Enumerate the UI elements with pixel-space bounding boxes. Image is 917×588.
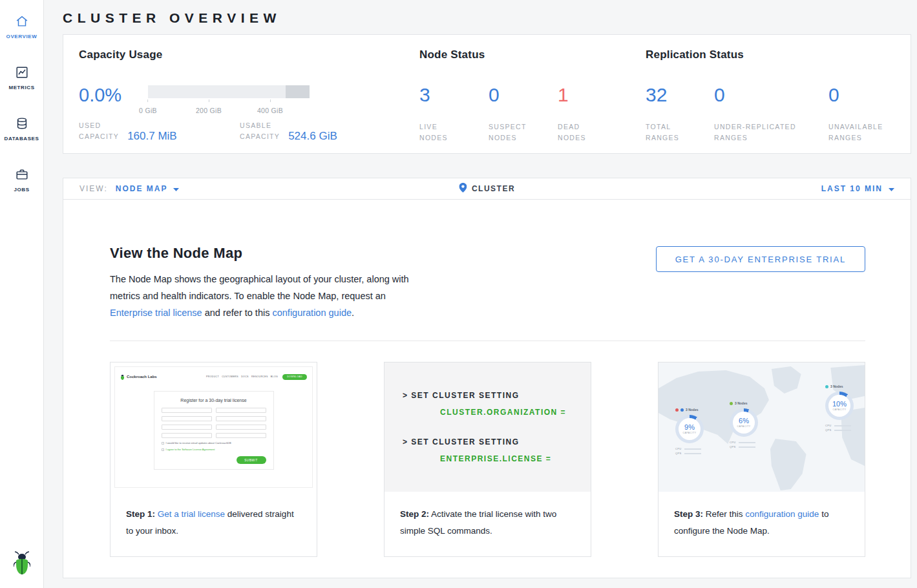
used-capacity-label: USED CAPACITY [79, 120, 119, 142]
briefcase-icon [15, 167, 29, 182]
sidebar-item-label: JOBS [14, 187, 29, 193]
gauge-tick: 400 GiB [257, 100, 283, 116]
chevron-down-icon [173, 184, 179, 193]
node-map-title: View the Node Map [110, 245, 412, 262]
view-bar: VIEW: NODE MAP CLUSTER LAST 10 MIN [63, 178, 911, 200]
dead-nodes-stat: 1 DEAD NODES [558, 85, 586, 143]
step3-caption: Step 3: Refer this configuration guide t… [659, 492, 865, 556]
map-locality-marker: 3 Nodes 9%CAPACITY CPU QPS [675, 408, 704, 455]
used-capacity-value: 160.7 MiB [127, 130, 177, 143]
suspect-nodes-stat: 0 SUSPECT NODES [489, 85, 558, 143]
capacity-ring: 9%CAPACITY [675, 415, 704, 443]
metrics-icon [15, 65, 29, 79]
locality-metrics: CPU QPS [825, 423, 854, 432]
capacity-ring: 6%CAPACITY [730, 408, 758, 437]
suspect-nodes-value: 0 [489, 85, 558, 105]
mini-form-title: Register for a 30-day trial license [162, 398, 266, 403]
unavailable-ranges-label: UNAVAILABLE RANGES [828, 121, 883, 143]
mini-register-form: Register for a 30-day trial license [154, 391, 274, 470]
used-capacity-stat: USED CAPACITY 160.7 MiB [79, 120, 240, 142]
divider [110, 341, 865, 341]
configuration-guide-link[interactable]: configuration guide [745, 509, 819, 519]
locality-dot-icon [675, 408, 679, 412]
cluster-breadcrumb: CLUSTER [459, 183, 515, 194]
locality-metrics: CPU QPS [730, 439, 758, 448]
live-nodes-label: LIVE NODES [419, 121, 489, 143]
step2-caption: Step 2: Activate the trial license with … [385, 492, 591, 556]
mini-form-field [162, 416, 212, 421]
mini-form-field [216, 416, 266, 421]
replication-status-title: Replication Status [646, 48, 895, 61]
unavailable-ranges-value: 0 [828, 85, 883, 105]
locality-dot-icon [825, 385, 828, 388]
step1-screenshot: Cockroach Labs PRODUCT CUSTOMERS DOCS RE… [111, 362, 317, 492]
sidebar-item-label: METRICS [8, 85, 34, 90]
code-line: > SET CLUSTER SETTING [403, 437, 591, 446]
sidebar-item-databases[interactable]: DATABASES [0, 116, 43, 142]
capacity-usage-section: Capacity Usage 0.0% 0 GiB 200 GiB 400 Gi… [79, 48, 419, 140]
node-map-description: The Node Map shows the geographical layo… [110, 271, 412, 321]
usable-capacity-label: USABLE CAPACITY [240, 120, 280, 142]
time-range-selector[interactable]: LAST 10 MIN [821, 184, 894, 193]
locality-dot-icon [730, 402, 733, 405]
mini-form-field [216, 433, 266, 438]
step1-card: Cockroach Labs PRODUCT CUSTOMERS DOCS RE… [110, 362, 317, 557]
node-map-panel: View the Node Map The Node Map shows the… [63, 200, 911, 578]
main-content: CLUSTER OVERVIEW Capacity Usage 0.0% 0 G… [44, 0, 917, 587]
capacity-gauge-bar [148, 85, 310, 98]
sidebar-item-jobs[interactable]: JOBS [0, 167, 43, 193]
step2-code-block: > SET CLUSTER SETTING CLUSTER.ORGANIZATI… [385, 362, 591, 492]
capacity-ring: 10%CAPACITY [825, 392, 854, 420]
mini-form-field [162, 425, 212, 430]
gauge-tick: 0 GiB [139, 100, 157, 116]
mini-form-field [216, 408, 266, 413]
configuration-guide-link[interactable]: configuration guide [272, 308, 352, 318]
sidebar-item-overview[interactable]: OVERVIEW [0, 14, 43, 39]
locality-metrics: CPU QPS [675, 446, 704, 455]
mini-submit-button: SUBMIT [237, 456, 266, 464]
cockroach-labs-logo[interactable] [14, 551, 30, 578]
enterprise-trial-button[interactable]: GET A 30-DAY ENTERPRISE TRIAL [656, 246, 865, 272]
capacity-gauge-segment [286, 85, 310, 98]
view-selector[interactable]: NODE MAP [116, 184, 180, 193]
replication-status-section: Replication Status 32 TOTAL RANGES 0 UND… [646, 48, 895, 140]
usable-capacity-value: 524.6 GiB [288, 130, 337, 143]
total-ranges-label: TOTAL RANGES [646, 121, 714, 143]
sidebar-item-label: OVERVIEW [6, 34, 37, 39]
sidebar: OVERVIEW METRICS DATABASES JOBS [0, 0, 44, 588]
capacity-gauge-ticks: 0 GiB 200 GiB 400 GiB [148, 100, 310, 114]
capacity-gauge: 0 GiB 200 GiB 400 GiB [148, 85, 310, 115]
total-ranges-value: 32 [646, 85, 714, 105]
under-replicated-ranges-stat: 0 UNDER-REPLICATED RANGES [714, 85, 828, 143]
mini-brand-text: Cockroach Labs [127, 375, 157, 379]
sidebar-item-metrics[interactable]: METRICS [0, 65, 43, 90]
dead-nodes-label: DEAD NODES [558, 121, 586, 143]
mini-nav-links: PRODUCT CUSTOMERS DOCS RESOURCES BLOG [206, 375, 278, 378]
mini-cockroach-logo-icon [120, 371, 125, 383]
unavailable-ranges-stat: 0 UNAVAILABLE RANGES [828, 85, 883, 143]
code-line: CLUSTER.ORGANIZATION = [440, 408, 591, 417]
view-label: VIEW: [79, 184, 108, 193]
live-nodes-stat: 3 LIVE NODES [419, 85, 489, 143]
locality-dot-icon [680, 408, 684, 412]
step1-caption: Step 1: Get a trial license delivered st… [111, 492, 317, 556]
mini-download-button: DOWNLOAD [282, 374, 307, 380]
enterprise-trial-license-link[interactable]: Enterprise trial license [110, 308, 202, 318]
node-status-section: Node Status 3 LIVE NODES 0 SUSPECT NODES [419, 48, 646, 140]
home-icon [15, 14, 29, 28]
mini-form-field [216, 425, 266, 430]
node-status-title: Node Status [419, 48, 646, 61]
map-locality-marker: 3 Nodes 6%CAPACITY CPU QPS [730, 401, 758, 448]
step3-map-preview: 3 Nodes 9%CAPACITY CPU QPS 3 Nodes 6%CAP… [659, 362, 865, 492]
suspect-nodes-label: SUSPECT NODES [489, 121, 558, 143]
sidebar-item-label: DATABASES [5, 136, 39, 142]
capacity-used-percent: 0.0% [79, 85, 148, 115]
mini-form-field [162, 408, 212, 413]
dead-nodes-value: 1 [558, 85, 586, 105]
get-trial-license-link[interactable]: Get a trial license [158, 509, 225, 519]
under-replicated-ranges-value: 0 [714, 85, 828, 105]
code-line: ENTERPRISE.LICENSE = [440, 454, 591, 463]
node-map-intro: View the Node Map The Node Map shows the… [110, 245, 412, 321]
chevron-down-icon [889, 184, 894, 193]
gauge-tick: 200 GiB [196, 100, 222, 116]
